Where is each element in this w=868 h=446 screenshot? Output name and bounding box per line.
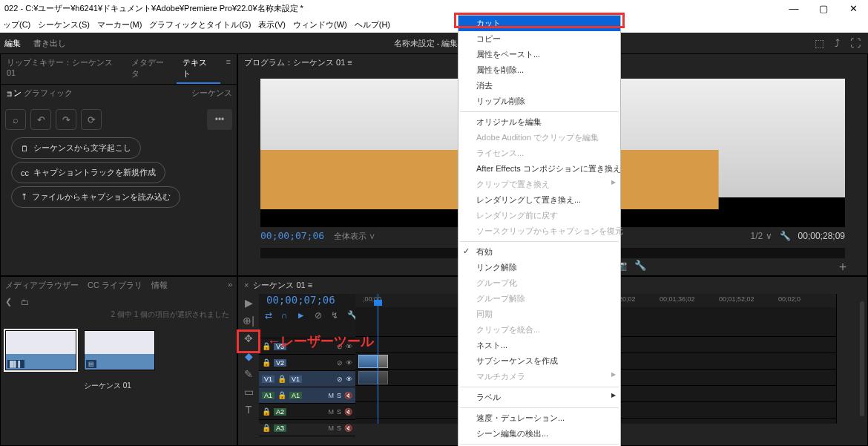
audio-clip-left[interactable] xyxy=(358,371,378,384)
ctx-item-5[interactable]: リップル削除 xyxy=(458,94,620,109)
window-maximize-btn[interactable]: ▢ xyxy=(809,0,838,16)
panel-menu-icon[interactable]: ≡ xyxy=(220,54,237,84)
resolution-dropdown[interactable]: 1/2 ∨ xyxy=(751,231,772,241)
ctx-item-2[interactable]: 属性をペースト... xyxy=(458,47,620,62)
ctx-item-18: グループ化 xyxy=(458,275,620,291)
fullscreen-icon[interactable]: ⛶ xyxy=(850,37,861,49)
seq-name: シーケンス 01 xyxy=(84,381,155,391)
type-tool-icon[interactable]: T xyxy=(246,404,252,416)
ctx-item-28[interactable]: 速度・デュレーション... xyxy=(458,410,620,426)
import-caption-file-btn[interactable]: ⤒ ファイルからキャプションを読み込む xyxy=(11,186,180,208)
track-head-a1[interactable]: A1🔒A1MS🔇 xyxy=(259,387,355,404)
track-headers: 00;00;07;06 ⇄ ∩ ► ⊘ ↯ 🔧 cc 🔒V3⊘👁 🔒V2⊘👁 V… xyxy=(259,294,355,424)
add-button-icon[interactable]: + xyxy=(839,260,847,275)
ctx-item-11: クリップで置き換え xyxy=(458,177,620,192)
subtab-graphic[interactable]: グラフィック xyxy=(24,88,73,97)
search-icon[interactable]: ⌕ xyxy=(5,109,26,130)
tab-info[interactable]: 情報 xyxy=(151,280,168,291)
ctx-item-20: 同期 xyxy=(458,306,620,322)
tl-opt-4[interactable]: ⊘ xyxy=(315,310,322,321)
timeline-playhead[interactable] xyxy=(378,294,378,424)
window-titlebar: 022 - C:¥ユーザー¥h6241¥ドキュメント¥Adobe¥Premier… xyxy=(0,0,868,16)
ctx-item-1[interactable]: コピー xyxy=(458,31,620,47)
undo-icon[interactable]: ↶ xyxy=(30,109,51,130)
ctx-item-3[interactable]: 属性を削除... xyxy=(458,62,620,78)
track-head-a3[interactable]: 🔒A3MS🔇 xyxy=(259,420,355,436)
ctx-item-7[interactable]: オリジナルを編集 xyxy=(458,114,620,130)
subtab-caption[interactable]: ョン xyxy=(5,88,22,97)
pen-tool-icon[interactable]: ✎ xyxy=(244,368,253,380)
nav-back-icon[interactable]: ❮ xyxy=(5,297,12,306)
timeline-right-scroll[interactable] xyxy=(836,294,867,424)
tab-media-browser[interactable]: メディアブラウザー xyxy=(5,280,79,291)
menu-marker[interactable]: マーカー(M) xyxy=(97,19,142,30)
selection-tool-icon[interactable]: ▶ xyxy=(245,297,253,309)
ctx-item-22[interactable]: ネスト... xyxy=(458,338,620,353)
ctx-item-14: ソースクリップからキャプションを復元 xyxy=(458,223,620,239)
menu-graphics[interactable]: グラフィックとタイトル(G) xyxy=(149,19,251,30)
rect-tool-icon[interactable]: ▭ xyxy=(244,386,254,398)
more-tabs-icon[interactable]: » xyxy=(228,280,232,291)
transcribe-sequence-btn[interactable]: 🗒 シーケンスから文字起こし xyxy=(11,137,141,159)
ctx-item-26[interactable]: ラベル xyxy=(458,390,620,405)
timeline-timecode[interactable]: 00;00;07;06 xyxy=(259,294,355,306)
tab-cc-library[interactable]: CC ライブラリ xyxy=(88,280,142,291)
ctx-item-16[interactable]: 有効 xyxy=(458,244,620,260)
app-menubar: ップ(C) シーケンス(S) マーカー(M) グラフィックとタイトル(G) 表示… xyxy=(0,16,868,33)
redo-icon[interactable]: ↷ xyxy=(56,109,76,130)
video-clip-left[interactable] xyxy=(358,355,378,368)
media-thumb-sequence[interactable]: ▤ 28;09 シーケンス 01 xyxy=(84,330,155,391)
track-head-v1[interactable]: V1🔒V1⊘👁 xyxy=(259,371,355,387)
tl-opt-marker-icon[interactable]: ↯ xyxy=(331,310,338,321)
ctx-item-19: グループ解除 xyxy=(458,291,620,306)
ctx-item-10[interactable]: After Effects コンポジションに置き換え xyxy=(458,161,620,177)
more-icon[interactable]: ••• xyxy=(207,109,232,130)
workspace-tab-export[interactable]: 書き出し xyxy=(33,39,66,47)
program-duration: 00;00;28;09 xyxy=(798,231,845,241)
ctx-item-13: レンダリング前に戻す xyxy=(458,208,620,223)
zoom-fit-dropdown[interactable]: 全体表示 ∨ xyxy=(334,232,375,240)
window-close-btn[interactable]: ✕ xyxy=(838,0,868,16)
annotation-razor-label: ←レーザーツール xyxy=(267,332,374,350)
video-clip-right[interactable] xyxy=(378,355,388,368)
menu-view[interactable]: 表示(V) xyxy=(258,19,286,30)
folder-icon[interactable]: 🗀 xyxy=(21,298,29,306)
settings-wrench-icon[interactable]: 🔧 xyxy=(780,231,791,241)
menu-sequence[interactable]: シーケンス(S) xyxy=(38,19,90,30)
window-title: 022 - C:¥ユーザー¥h6241¥ドキュメント¥Adobe¥Premier… xyxy=(4,3,303,14)
ctx-item-17[interactable]: リンク解除 xyxy=(458,260,620,275)
ctx-item-12[interactable]: レンダリングして置き換え... xyxy=(458,192,620,208)
sequence-link[interactable]: シーケンス xyxy=(191,88,232,99)
refresh-icon[interactable]: ⟳ xyxy=(81,109,102,130)
ctx-item-29[interactable]: シーン編集の検出... xyxy=(458,426,620,442)
track-select-tool-icon[interactable]: ⊕| xyxy=(243,315,254,327)
cc-icon: cc xyxy=(21,168,29,177)
quick-export-icon[interactable]: ⬚ xyxy=(815,37,824,49)
tab-text[interactable]: テキスト xyxy=(177,54,220,84)
audio-clip-right[interactable] xyxy=(378,371,388,384)
track-head-a2[interactable]: 🔒A2MS🔇 xyxy=(259,404,355,420)
ctx-item-4[interactable]: 消去 xyxy=(458,78,620,94)
workspace-tab-edit[interactable]: 編集 xyxy=(4,39,21,47)
tl-opt-snap-icon[interactable]: ∩ xyxy=(281,310,288,321)
button-editor-btn[interactable]: 🔧 xyxy=(634,260,646,271)
media-thumb-clip[interactable]: █▌▌ 28;09 xyxy=(5,330,76,391)
project-panel: メディアブラウザー CC ライブラリ 情報 » ❮ 🗀 2 個中 1 個の項目が… xyxy=(0,276,237,446)
menu-clip[interactable]: ップ(C) xyxy=(3,19,30,30)
tl-opt-3[interactable]: ► xyxy=(297,310,306,321)
ctx-item-23[interactable]: サブシーケンスを作成 xyxy=(458,353,620,369)
new-caption-track-btn[interactable]: cc キャプショントラックを新規作成 xyxy=(11,162,165,183)
share-icon[interactable]: ⤴ xyxy=(835,37,840,49)
menu-help[interactable]: ヘルプ(H) xyxy=(355,19,390,30)
window-minimize-btn[interactable]: — xyxy=(779,0,809,16)
tab-clip-mixer[interactable]: リップミキサー：シーケンス 01 xyxy=(1,54,125,84)
ctx-item-24: マルチカメラ xyxy=(458,369,620,384)
ctx-separator xyxy=(460,111,619,112)
track-head-v2[interactable]: 🔒V2⊘👁 xyxy=(259,355,355,371)
timeline-tab[interactable]: シーケンス 01 ≡ xyxy=(253,281,312,289)
menu-window[interactable]: ウィンドウ(W) xyxy=(293,19,347,30)
ctx-item-8: Adobe Audition でクリップを編集 xyxy=(458,130,620,145)
tl-opt-1[interactable]: ⇄ xyxy=(265,310,272,321)
program-timecode[interactable]: 00;00;07;06 xyxy=(260,230,324,241)
tab-metadata[interactable]: メタデータ xyxy=(125,54,177,84)
